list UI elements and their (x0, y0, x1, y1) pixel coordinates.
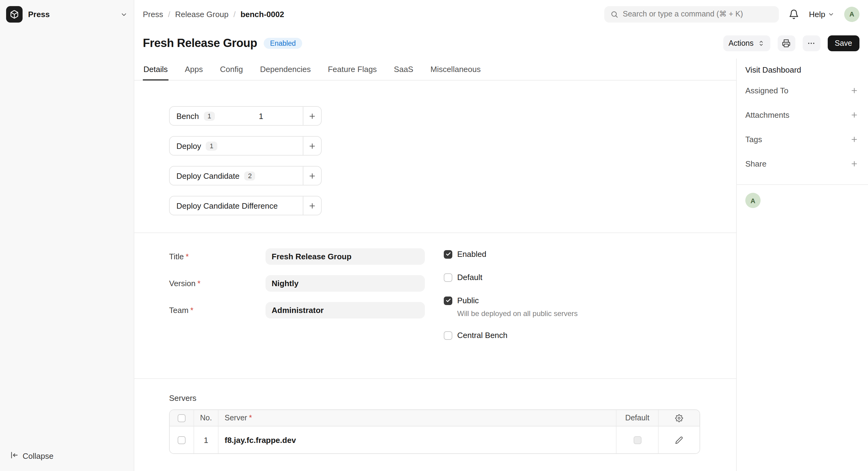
sidebar-collapse-button[interactable]: Collapse (6, 448, 128, 464)
app-name: Press (28, 10, 50, 19)
enabled-checkbox-row[interactable]: Enabled (444, 249, 578, 259)
press-logo-icon (6, 6, 23, 23)
chevron-down-icon (120, 11, 128, 18)
add-deploy-candidate-button[interactable] (303, 167, 321, 185)
tab-feature-flags[interactable]: Feature Flags (327, 59, 377, 80)
link-card-deploy[interactable]: Deploy 1 (169, 136, 322, 156)
field-row-team: Team* (169, 302, 425, 318)
panel-item-attachments: Attachments (745, 102, 860, 127)
edit-row-button[interactable] (659, 427, 700, 453)
sidebar: Press Collapse (0, 0, 134, 471)
plus-icon (850, 160, 858, 167)
default-checkbox-row[interactable]: Default (444, 273, 578, 282)
plus-icon (308, 172, 316, 180)
tab-details[interactable]: Details (143, 59, 168, 80)
enabled-checkbox[interactable] (444, 250, 452, 258)
servers-section: Servers No. Server* Default (134, 379, 736, 454)
link-card-deploy-candidate[interactable]: Deploy Candidate 2 (169, 166, 322, 186)
default-checkbox[interactable] (444, 273, 452, 281)
select-all-checkbox[interactable] (178, 414, 186, 422)
panel-avatar-section: A (745, 185, 860, 208)
gear-icon (675, 414, 683, 422)
add-deploy-candidate-difference-button[interactable] (303, 197, 321, 215)
servers-section-label: Servers (169, 394, 736, 403)
print-button[interactable] (777, 35, 795, 51)
user-avatar[interactable]: A (844, 6, 860, 22)
public-checkbox[interactable] (444, 296, 452, 305)
required-asterisk: * (197, 279, 200, 288)
link-label: Bench (177, 111, 199, 121)
tab-apps[interactable]: Apps (184, 59, 204, 80)
add-tag-button[interactable] (849, 134, 860, 144)
title-actions: Actions Save (723, 35, 860, 51)
link-label: Deploy Candidate (177, 171, 240, 180)
search-icon (611, 10, 619, 18)
help-label: Help (809, 9, 826, 19)
chevron-down-icon (828, 11, 834, 18)
link-value: 1 (259, 111, 263, 121)
row-select-checkbox[interactable] (178, 436, 186, 444)
check-icon (445, 298, 451, 303)
link-label: Deploy Candidate Difference (177, 201, 278, 210)
add-bench-button[interactable] (303, 107, 321, 125)
column-header-default: Default (616, 410, 658, 426)
panel-item-assigned-to: Assigned To (745, 78, 860, 102)
tab-saas[interactable]: SaaS (394, 59, 414, 80)
add-assigned-button[interactable] (849, 85, 860, 96)
central-bench-checkbox-row[interactable]: Central Bench (444, 331, 578, 340)
link-count-badge: 1 (204, 111, 215, 121)
grid-settings-button[interactable] (659, 410, 700, 426)
title-input[interactable] (266, 248, 425, 265)
server-table-row[interactable]: 1 f8.jay.fc.frappe.dev (170, 427, 700, 453)
row-number: 1 (193, 427, 218, 453)
app-switcher[interactable]: Press (6, 6, 128, 23)
public-checkbox-row[interactable]: Public (444, 296, 578, 305)
checkbox-label: Default (457, 273, 482, 282)
breadcrumb-separator: / (168, 9, 170, 19)
plus-icon (850, 135, 858, 143)
check-icon (445, 251, 451, 257)
breadcrumb-release-group[interactable]: Release Group (175, 9, 228, 19)
servers-table-header: No. Server* Default (170, 410, 700, 427)
document-links-section: Bench 1 1 Deploy 1 (134, 80, 736, 232)
chevron-up-down-icon (757, 40, 765, 47)
column-header-no: No. (193, 410, 218, 426)
row-default-checkbox (633, 436, 641, 444)
panel-item-tags: Tags (745, 127, 860, 151)
content-row: Details Apps Config Dependencies Feature… (134, 59, 868, 471)
form-section: Title* Version* Team* (134, 233, 736, 378)
link-card-deploy-candidate-difference[interactable]: Deploy Candidate Difference (169, 196, 322, 215)
more-options-button[interactable] (802, 35, 820, 51)
visit-dashboard-link[interactable]: Visit Dashboard (745, 61, 860, 78)
bell-icon[interactable] (789, 9, 799, 19)
app-window: Press Collapse Press / Release Group / b… (0, 0, 868, 471)
link-card-bench[interactable]: Bench 1 1 (169, 106, 322, 126)
column-header-server: Server* (218, 410, 616, 426)
main-column: Press / Release Group / bench-0002 Help (134, 0, 868, 471)
add-attachment-button[interactable] (849, 109, 860, 120)
add-share-button[interactable] (849, 158, 860, 169)
search-input[interactable] (623, 10, 773, 18)
save-button[interactable]: Save (828, 35, 860, 51)
panel-item-share: Share (745, 151, 860, 176)
actions-button[interactable]: Actions (723, 35, 770, 51)
version-input[interactable] (266, 275, 425, 292)
field-row-title: Title* (169, 248, 425, 265)
printer-icon (782, 39, 790, 47)
help-menu[interactable]: Help (809, 9, 835, 19)
central-bench-checkbox[interactable] (444, 331, 452, 339)
tab-dependencies[interactable]: Dependencies (259, 59, 311, 80)
add-deploy-button[interactable] (303, 137, 321, 155)
link-count-badge: 2 (245, 171, 255, 180)
link-label: Deploy (177, 141, 201, 150)
tab-config[interactable]: Config (219, 59, 244, 80)
plus-icon (308, 112, 316, 120)
tab-miscellaneous[interactable]: Miscellaneous (430, 59, 481, 80)
search-bar[interactable] (604, 6, 779, 22)
collapse-label: Collapse (23, 451, 54, 461)
viewer-avatar: A (745, 193, 761, 208)
plus-icon (850, 86, 858, 94)
breadcrumb-separator: / (234, 9, 236, 19)
breadcrumb-press[interactable]: Press (143, 9, 163, 19)
team-input[interactable] (266, 302, 425, 318)
